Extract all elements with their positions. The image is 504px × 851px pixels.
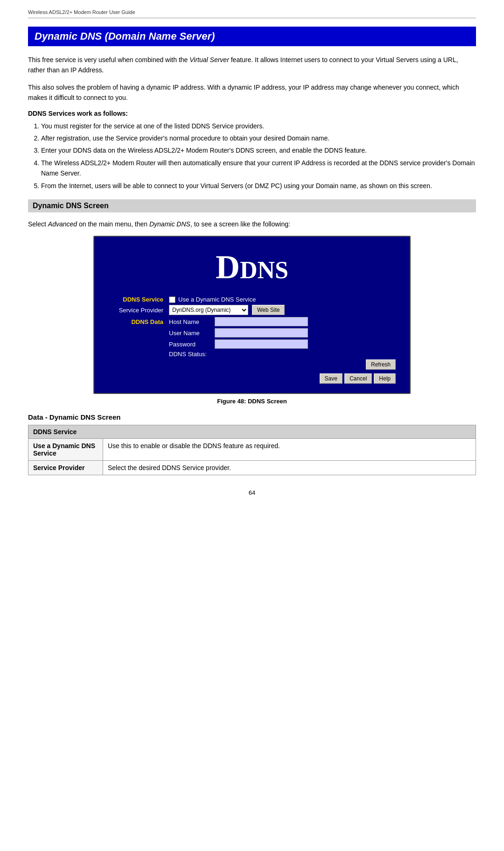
doc-header: Wireless ADSL2/2+ Modem Router User Guid… [28,9,476,18]
intro-paragraph-1: This free service is very useful when co… [28,55,476,76]
ddns-status-label: DDNS Status: [169,351,207,358]
list-item-4: The Wireless ADSL2/2+ Modem Router will … [41,158,476,179]
service-provider-label: Service Provider [108,307,169,314]
service-provider-select[interactable]: DynDNS.org (Dynamic) [169,305,248,315]
data-section-heading: Data - Dynamic DNS Screen [28,413,476,421]
ddns-service-section-label: DDNS Service [108,296,169,303]
password-input[interactable] [215,339,308,349]
service-provider-row: Service Provider DynDNS.org (Dynamic) We… [108,305,396,315]
ddns-services-list: You must register for the service at one… [41,121,476,191]
ddns-logo-rest: DNS [240,257,288,283]
table-header-ddns-service: DDNS Service [28,425,476,439]
list-item-5: From the Internet, users will be able to… [41,181,476,191]
table-row-use-dynamic: Use a Dynamic DNS Service Use this to en… [28,439,476,461]
ddns-data-label: DDNS Data [108,318,169,325]
use-ddns-checkbox[interactable] [169,296,175,303]
doc-header-text: Wireless ADSL2/2+ Modem Router User Guid… [28,9,135,15]
help-button[interactable]: Help [374,373,396,384]
data-table: DDNS Service Use a Dynamic DNS Service U… [28,425,476,475]
dns-screen-section-heading: Dynamic DNS Screen [28,199,476,212]
table-cell-label-service-provider: Service Provider [28,461,103,475]
ddns-logo: DDNS [108,248,396,287]
ddns-service-row: DDNS Service Use a Dynamic DNS Service [108,296,396,303]
table-row-service-provider: Service Provider Select the desired DDNS… [28,461,476,475]
password-row: Password [108,339,396,349]
save-button[interactable]: Save [320,373,343,384]
web-site-button[interactable]: Web Site [252,305,285,315]
use-ddns-label: Use a Dynamic DNS Service [178,296,256,303]
cancel-button[interactable]: Cancel [344,373,372,384]
table-cell-value-use-dynamic: Use this to enable or disable the DDNS f… [103,439,476,461]
figure-caption: Figure 48: DDNS Screen [28,398,476,405]
list-item-2: After registration, use the Service prov… [41,133,476,143]
user-name-label: User Name [169,330,211,337]
table-cell-label-use-dynamic: Use a Dynamic DNS Service [28,439,103,461]
host-name-field-col: Host Name [169,317,396,326]
ddns-screen-mockup: DDNS DDNS Service Use a Dynamic DNS Serv… [93,236,411,394]
user-name-input[interactable] [215,328,308,338]
table-cell-value-service-provider: Select the desired DDNS Service provider… [103,461,476,475]
password-field-col: Password [169,339,396,349]
host-name-label: Host Name [169,318,211,325]
refresh-row: Refresh [108,359,396,370]
page-title: Dynamic DNS (Domain Name Server) [28,27,476,46]
intro-paragraph-2: This also solves the problem of having a… [28,82,476,103]
screen-intro-text: Select Advanced on the main menu, then D… [28,219,476,229]
user-name-row: User Name [108,328,396,338]
ddns-status-field: DDNS Status: [169,351,396,358]
user-name-field-col: User Name [169,328,396,338]
password-label: Password [169,341,211,348]
ddns-status-row: DDNS Status: [108,351,396,358]
page-number: 64 [28,489,476,496]
list-item-3: Enter your DDNS data on the Wireless ADS… [41,145,476,155]
list-item-1: You must register for the service at one… [41,121,476,131]
host-name-input[interactable] [215,317,308,326]
host-name-row: DDNS Data Host Name [108,317,396,326]
service-provider-field: DynDNS.org (Dynamic) Web Site [169,305,396,315]
ddns-services-heading: DDNS Services work as follows: [28,110,476,117]
bottom-buttons: Save Cancel Help [108,373,396,384]
refresh-button[interactable]: Refresh [366,359,396,370]
use-ddns-checkbox-row[interactable]: Use a Dynamic DNS Service [169,296,396,303]
ddns-logo-big-d: D [216,248,240,286]
virtual-server-italic: Virtual Server [189,56,229,63]
